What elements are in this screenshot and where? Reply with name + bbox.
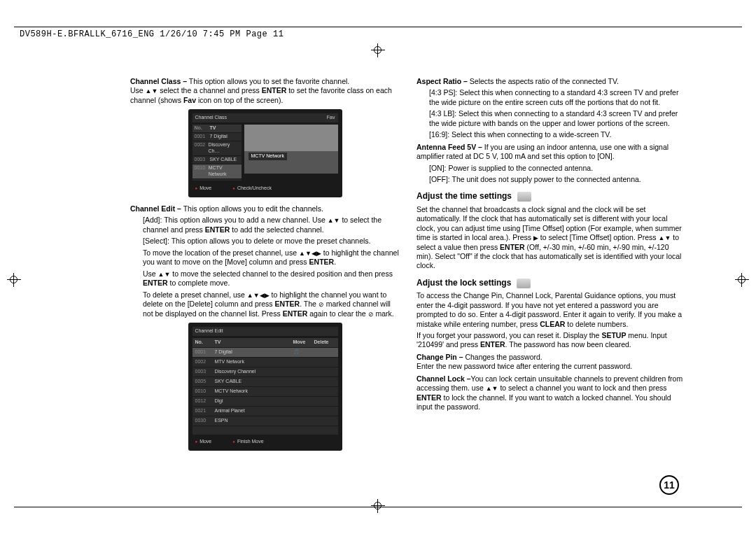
delete-line: To delete a preset channel, use ▲▼◀▶ to … <box>130 290 400 319</box>
add-line: [Add]: This option allows you to add a n… <box>130 216 400 234</box>
antenna-on: [ON]: Power is supplied to the connected… <box>416 164 686 173</box>
ar-43ps: [4:3 PS]: Select this when connecting to… <box>416 88 686 107</box>
move-line: To move the location of the preset chann… <box>130 248 400 267</box>
lock-settings-heading: Adjust the lock settings <box>416 278 686 288</box>
channel-edit-para: Channel Edit – This option allows you to… <box>130 204 400 213</box>
channel-class-para: Channel Class – This option allows you t… <box>130 77 400 105</box>
content-columns: Channel Class – This option allows you t… <box>130 77 686 458</box>
ar-43lb: [4:3 LB]: Select this when connecting to… <box>416 109 686 128</box>
channel-lock-para: Channel Lock –You can lock certain unsui… <box>416 374 686 412</box>
change-pin-para: Change Pin – Changes the password. Enter… <box>416 353 686 372</box>
time-settings-para: Set the channel that broadcasts a clock … <box>416 205 686 271</box>
time-settings-heading: Adjust the time settings <box>416 191 686 202</box>
left-column: Channel Class – This option allows you t… <box>130 77 400 458</box>
crop-mark-bottom <box>371 499 385 513</box>
lock-para1: To access the Change Pin, Channel Lock, … <box>416 291 686 329</box>
select-line: [Select]: This option allows you to dele… <box>130 237 400 246</box>
aspect-ratio-para: Aspect Ratio – Selects the aspects ratio… <box>416 77 686 86</box>
channel-edit-screenshot: Channel Edit No. TV Move Delete 00017 Di… <box>188 323 342 450</box>
crop-mark-right <box>735 273 749 287</box>
doc-header: DV589H-E.BFRALLK_6716_ENG 1/26/10 7:45 P… <box>20 29 284 39</box>
lock-para2: If you forget your password, you can res… <box>416 331 686 350</box>
use-line: Use ▲▼ to move the selected channel to t… <box>130 269 400 288</box>
crop-mark-top <box>371 43 385 57</box>
right-column: Aspect Ratio – Selects the aspects ratio… <box>416 77 686 458</box>
clock-icon <box>517 192 531 202</box>
channel-class-screenshot: Channel Class Fav No.TV 00017 Digital 00… <box>188 109 342 197</box>
lock-icon <box>517 279 531 288</box>
page-number: 11 <box>659 475 679 495</box>
crop-mark-left <box>7 273 21 287</box>
antenna-off: [OFF]: The unit does not supply power to… <box>416 175 686 184</box>
antenna-para: Antenna Feed 5V – If you are using an in… <box>416 143 686 162</box>
ar-169: [16:9]: Select this when connecting to a… <box>416 130 686 139</box>
